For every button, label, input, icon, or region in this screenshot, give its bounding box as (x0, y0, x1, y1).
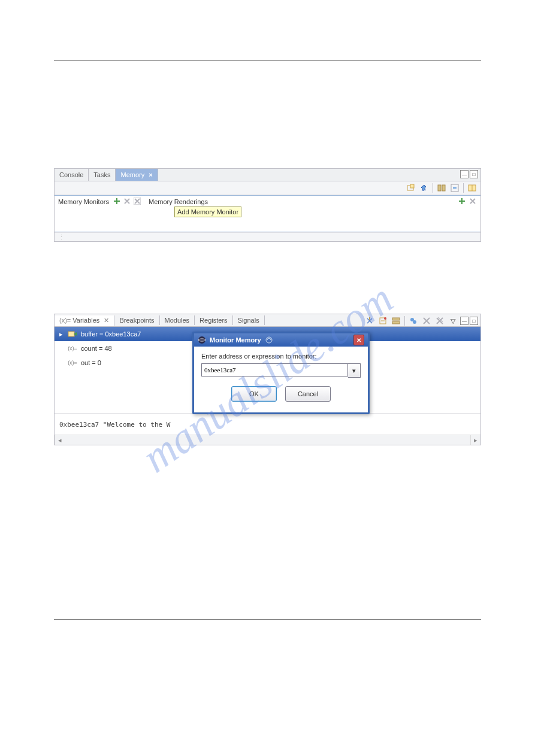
svg-rect-1 (410, 184, 414, 188)
add-monitor-button[interactable] (113, 197, 121, 205)
grip-icon: ⋮ (58, 233, 64, 241)
add-monitor-tooltip: Add Memory Monitor (174, 207, 241, 217)
memory-tabbar: Console Tasks Memory × — □ (55, 169, 480, 181)
scroll-left-icon[interactable]: ◂ (55, 435, 65, 445)
remove-var-icon[interactable] (421, 315, 433, 327)
svg-point-18 (198, 336, 205, 344)
address-input[interactable] (201, 363, 348, 377)
variable-text: count = 48 (81, 345, 112, 352)
memory-renderings-label: Memory Renderings (145, 196, 211, 205)
memory-monitors-row: Memory Monitors Memory Renderings Add Me… (55, 195, 480, 232)
remove-monitor-button[interactable] (123, 197, 131, 205)
top-rule (54, 60, 481, 60)
add-rendering-button[interactable] (458, 197, 466, 205)
tab-variables[interactable]: (x)= Variables ✕ (55, 315, 114, 326)
variables-tabbar: (x)= Variables ✕ Breakpoints Modules Reg… (55, 314, 480, 327)
svg-rect-17 (68, 332, 74, 336)
svg-rect-3 (442, 185, 445, 191)
horizontal-scrollbar[interactable]: ◂ ▸ (55, 435, 480, 445)
variables-tab-icon: (x)= (59, 317, 71, 324)
dialog-close-button[interactable]: ✕ (353, 335, 364, 345)
pin-icon[interactable] (418, 182, 430, 194)
svg-point-12 (384, 317, 386, 320)
maximize-icon[interactable]: □ (470, 170, 478, 178)
tab-tasks[interactable]: Tasks (89, 169, 116, 181)
layout-icon[interactable] (390, 315, 402, 327)
memory-status-bar: ⋮ (55, 232, 480, 241)
monitor-memory-dialog: Monitor Memory ✕ Enter address or expres… (192, 332, 370, 414)
remove-all-var-icon[interactable] (434, 315, 446, 327)
toolbar-separator-3 (404, 316, 405, 326)
expand-icon[interactable]: ▸ (58, 330, 64, 338)
menu-chevron-icon[interactable]: ▽ (447, 315, 459, 327)
dialog-body: Enter address or expression to monitor: … (194, 347, 368, 412)
dialog-titlebar[interactable]: Monitor Memory ✕ (194, 333, 368, 347)
tab-signals[interactable]: Signals (233, 315, 265, 325)
tab-modules[interactable]: Modules (160, 315, 195, 325)
refresh-icon[interactable] (407, 315, 419, 327)
svg-rect-7 (114, 201, 120, 202)
tab-variables-label: Variables (72, 317, 99, 324)
tab-close-x-icon[interactable]: ✕ (104, 317, 109, 324)
dialog-prompt: Enter address or expression to monitor: (201, 353, 361, 360)
remove-all-button[interactable] (133, 197, 141, 205)
ok-button[interactable]: OK (231, 386, 277, 402)
variables-view-panel: (x)= Variables ✕ Breakpoints Modules Reg… (54, 314, 481, 445)
tab-console[interactable]: Console (55, 169, 89, 181)
scroll-track[interactable] (65, 435, 470, 445)
close-icon[interactable]: × (149, 171, 152, 178)
pointer-var-icon (68, 329, 77, 339)
toolbar-separator (433, 183, 433, 193)
tab-registers[interactable]: Registers (195, 315, 232, 325)
tab-memory-label: Memory (120, 171, 144, 178)
memory-monitors-label: Memory Monitors (55, 196, 113, 205)
show-type-icon[interactable] (364, 315, 376, 327)
memory-toolbar (55, 181, 480, 195)
chevron-down-icon: ▾ (352, 367, 356, 375)
variable-text: out = 0 (81, 359, 101, 366)
memory-view-panel: Console Tasks Memory × — □ Memory Monito… (54, 168, 481, 242)
toolbar-separator-2 (463, 183, 464, 193)
svg-rect-14 (392, 321, 400, 324)
bottom-rule (54, 619, 481, 620)
minimize-vars-icon[interactable]: — (460, 317, 468, 325)
variable-text: buffer = 0xbee13ca7 (81, 330, 141, 338)
svg-point-16 (413, 320, 416, 324)
dialog-title-icon (265, 336, 273, 344)
local-var-icon: (x)= (68, 358, 77, 368)
eclipse-icon (198, 336, 206, 344)
svg-rect-13 (392, 318, 400, 320)
scroll-right-icon[interactable]: ▸ (470, 435, 480, 445)
cancel-button[interactable]: Cancel (285, 386, 331, 402)
tab-memory[interactable]: Memory × (116, 169, 158, 181)
remove-rendering-button[interactable] (468, 197, 477, 205)
local-var-icon: (x)= (68, 344, 77, 353)
new-tab-icon[interactable] (405, 182, 417, 194)
maximize-vars-icon[interactable]: □ (470, 317, 478, 325)
toggle-split-icon[interactable] (436, 182, 448, 194)
dropdown-button[interactable]: ▾ (348, 363, 361, 378)
svg-rect-10 (459, 201, 465, 202)
tab-breakpoints[interactable]: Breakpoints (114, 315, 159, 325)
minimize-icon[interactable]: — (460, 170, 468, 178)
dialog-field: ▾ (201, 363, 361, 378)
link-icon[interactable] (449, 182, 461, 194)
dialog-title: Monitor Memory (210, 336, 261, 344)
variable-detail: 0xbee13ca7 "Welcome to the W (55, 413, 480, 435)
collapse-icon[interactable] (377, 315, 389, 327)
svg-rect-2 (438, 185, 441, 191)
switch-icon[interactable] (466, 182, 478, 194)
